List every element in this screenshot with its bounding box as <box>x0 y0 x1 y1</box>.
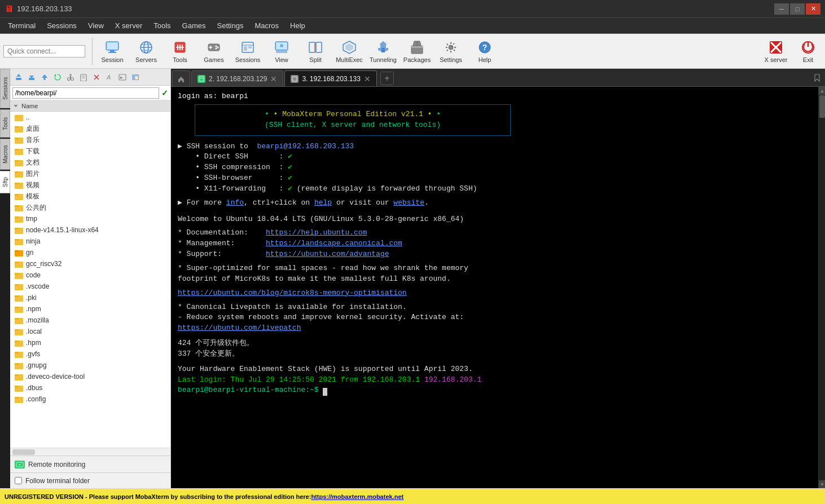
list-item[interactable]: 音乐 <box>10 134 170 145</box>
menu-xserver[interactable]: X server <box>109 19 148 32</box>
multiexec-button[interactable]: MultiExec <box>333 36 366 67</box>
list-item[interactable]: .mozilla <box>10 315 170 326</box>
minimize-button[interactable]: ─ <box>774 3 789 15</box>
maximize-button[interactable]: □ <box>790 3 805 15</box>
split-button[interactable]: Split <box>299 36 332 67</box>
terminal-livepatch-link[interactable]: https://ubuntu.com/livepatch <box>178 323 811 334</box>
list-item[interactable]: 桌面 <box>10 123 170 134</box>
sidebar-extra-button[interactable]: 📋 <box>129 71 142 83</box>
sidebar-upload-button[interactable] <box>12 71 25 83</box>
home-tab[interactable] <box>172 70 190 86</box>
tab-session-2[interactable]: 2. 192.168.203.129 ✕ <box>191 70 283 86</box>
sidebar-download-button[interactable] <box>25 71 38 83</box>
sidebar-newfile-button[interactable] <box>77 71 90 83</box>
tab-2-close[interactable]: ✕ <box>270 74 277 83</box>
terminal-content[interactable]: login as: bearpi • • MobaXterm Personal … <box>171 87 818 488</box>
scroll-track[interactable] <box>819 95 825 480</box>
help-button[interactable]: ? Help <box>468 36 501 67</box>
list-item[interactable]: gcc_riscv32 <box>10 258 170 269</box>
path-input[interactable] <box>12 87 159 99</box>
list-item[interactable]: gn <box>10 247 170 258</box>
tools-button[interactable]: Tools <box>164 36 196 67</box>
list-item[interactable]: .gvfs <box>10 348 170 360</box>
list-item[interactable]: tmp <box>10 213 170 224</box>
side-tab-tools[interactable]: Tools <box>0 109 10 138</box>
packages-button[interactable]: Packages <box>401 36 433 67</box>
scroll-down-arrow[interactable]: ▼ <box>819 480 825 488</box>
list-item[interactable]: 视频 <box>10 179 170 191</box>
side-tab-macros[interactable]: Macros <box>0 139 10 170</box>
list-item[interactable]: 图片 <box>10 168 170 179</box>
list-item[interactable]: .vscode <box>10 281 170 292</box>
terminal-docs-2: * Management: https://landscape.canonica… <box>178 238 811 249</box>
servers-button[interactable]: Servers <box>130 36 163 67</box>
terminal-scrollbar[interactable]: ▲ ▼ <box>818 87 825 488</box>
list-item[interactable]: ninja <box>10 236 170 247</box>
terminal-docs-3: * Support: https://ubuntu.com/advantage <box>178 249 811 260</box>
list-item[interactable]: 文档 <box>10 157 170 168</box>
svg-point-52 <box>68 77 71 80</box>
menu-terminal[interactable]: Terminal <box>2 19 41 32</box>
sidebar-delete-button[interactable] <box>90 71 103 83</box>
list-item[interactable]: code <box>10 269 170 281</box>
session-button[interactable]: Session <box>96 36 129 67</box>
quick-connect-input[interactable] <box>3 45 85 58</box>
svg-text:📋: 📋 <box>134 74 139 80</box>
menu-tools[interactable]: Tools <box>148 19 176 32</box>
list-item[interactable]: .hpm <box>10 337 170 348</box>
scroll-up-arrow[interactable]: ▲ <box>819 87 825 95</box>
sidebar-rename-button[interactable]: A <box>103 71 116 83</box>
list-item[interactable]: .deveco-device-tool <box>10 371 170 382</box>
list-item[interactable]: .dbus <box>10 382 170 394</box>
sessions-button[interactable]: Sessions <box>231 36 264 67</box>
close-button[interactable]: ✕ <box>806 3 820 15</box>
side-tab-sftp[interactable]: Sftp <box>0 171 10 193</box>
menu-view[interactable]: View <box>82 19 109 32</box>
xserver-toolbar-button[interactable]: X server <box>760 36 792 67</box>
menu-macros[interactable]: Macros <box>249 19 284 32</box>
sessions-icon <box>240 39 256 55</box>
terminal-microk8s-link[interactable]: https://ubuntu.com/blog/microk8s-memory-… <box>178 288 811 299</box>
follow-folder-checkbox[interactable] <box>15 477 22 484</box>
file-tree[interactable]: .. 桌面 音乐 下载 文档 图片 <box>10 112 170 448</box>
terminal-security-line: 337 个安全更新。 <box>178 349 811 360</box>
list-item[interactable]: .config <box>10 394 170 405</box>
scroll-thumb[interactable] <box>819 95 825 118</box>
sidebar-up-button[interactable] <box>38 71 51 83</box>
list-item[interactable]: .gnupg <box>10 360 170 371</box>
tab-session-3[interactable]: 3. 192.168.203.133 ✕ <box>284 70 376 86</box>
bookmark-icon[interactable] <box>813 73 822 84</box>
exit-toolbar-button[interactable]: Exit <box>795 36 822 67</box>
list-item[interactable]: 公共的 <box>10 202 170 213</box>
remote-monitoring-button[interactable]: Remote monitoring <box>10 456 170 472</box>
tunneling-button[interactable]: Tunneling <box>367 36 400 67</box>
view-button[interactable]: View <box>265 36 298 67</box>
games-button[interactable]: Games <box>198 36 230 67</box>
tab-3-close[interactable]: ✕ <box>364 74 371 83</box>
terminal-prompt: bearpi@bearpi-virtual-machine:~$ <box>178 385 811 396</box>
menu-settings[interactable]: Settings <box>212 19 249 32</box>
list-item[interactable]: .pki <box>10 292 170 303</box>
menu-games[interactable]: Games <box>177 19 212 32</box>
side-tab-sessions[interactable]: Sessions <box>0 69 10 108</box>
sidebar-hscroll[interactable] <box>10 448 170 456</box>
statusbar-link[interactable]: https://mobaxterm.mobatek.net <box>311 493 403 500</box>
list-item[interactable]: node-v14.15.1-linux-x64 <box>10 224 170 236</box>
settings-button[interactable]: Settings <box>435 36 467 67</box>
menu-help[interactable]: Help <box>284 19 311 32</box>
sidebar-cut-button[interactable] <box>64 71 77 83</box>
svg-point-15 <box>216 45 217 47</box>
svg-rect-50 <box>44 78 46 80</box>
menu-sessions[interactable]: Sessions <box>41 19 82 32</box>
new-tab-button[interactable]: + <box>380 72 394 85</box>
list-item[interactable]: .npm <box>10 303 170 315</box>
list-item[interactable]: 下载 <box>10 145 170 157</box>
list-item[interactable]: 模板 <box>10 191 170 202</box>
list-item[interactable]: .. <box>10 112 170 123</box>
follow-terminal-folder: Follow terminal folder <box>10 472 170 488</box>
sidebar-terminal-button[interactable]: ▶_ <box>116 71 129 83</box>
svg-text:A: A <box>106 74 111 81</box>
svg-rect-33 <box>381 48 385 52</box>
list-item[interactable]: .local <box>10 326 170 337</box>
sidebar-refresh-button[interactable] <box>51 71 64 83</box>
